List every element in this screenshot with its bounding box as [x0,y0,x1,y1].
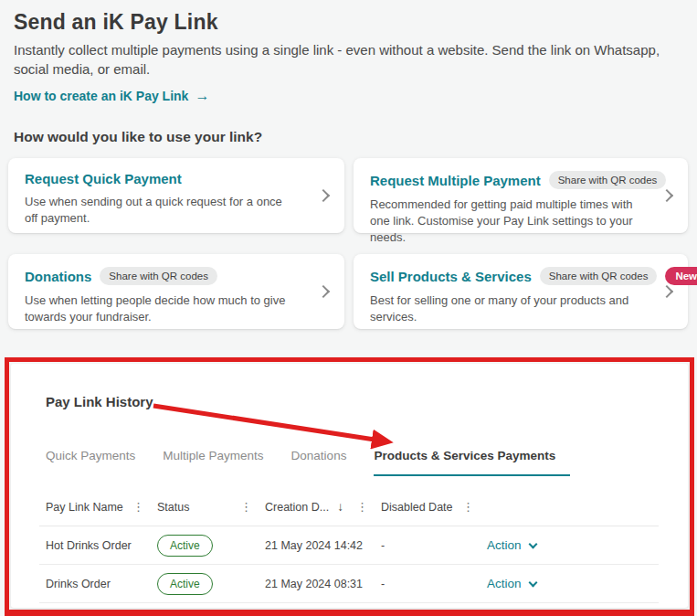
card-request-quick-payment[interactable]: Request Quick Payment Use when sending o… [8,158,344,233]
link-type-cards: Request Quick Payment Use when sending o… [8,158,697,329]
chevron-right-icon [660,189,673,202]
column-header-disabled-date: Disabled Date ⋮ [381,501,487,514]
kebab-menu-icon[interactable]: ⋮ [132,501,144,513]
page-header: Send an iK Pay Link Instantly collect mu… [0,0,697,104]
share-with-qr-codes-badge: Share with QR codes [549,171,667,189]
pay-link-page: Send an iK Pay Link Instantly collect mu… [0,0,697,616]
tab-quick-payments[interactable]: Quick Payments [46,449,135,476]
pay-link-name: Hot Drinks Order [46,539,157,552]
chevron-down-icon [528,539,537,548]
card-title: Donations [25,269,91,284]
status-badge: Active [157,573,213,595]
arrow-right-icon: → [195,88,209,104]
disabled-date: - [381,539,487,552]
section-heading: How would you like to use your link? [14,129,697,145]
history-tabs: Quick Payments Multiple Payments Donatio… [46,449,688,476]
pay-link-name: Drinks Order [46,578,157,590]
red-annotation-box: Pay Link History Quick Payments Multiple… [5,357,694,616]
kebab-menu-icon[interactable]: ⋮ [356,501,368,513]
kebab-menu-icon[interactable]: ⋮ [462,501,474,513]
card-sell-products-services[interactable]: Sell Products & Services Share with QR c… [354,254,688,329]
tab-donations[interactable]: Donations [291,449,347,476]
status-badge: Active [157,535,213,557]
card-description: Use when sending out a quick request for… [25,194,285,227]
page-title: Send an iK Pay Link [14,9,682,35]
table-row: Drinks Order Active 21 May 2024 08:31 - … [39,565,659,603]
chevron-down-icon [528,578,537,587]
card-request-multiple-payment[interactable]: Request Multiple Payment Share with QR c… [354,158,688,233]
chevron-right-icon [317,189,330,202]
column-header-creation-date: Creation D... ↓ ⋮ [265,500,381,514]
share-with-qr-codes-badge: Share with QR codes [540,267,658,285]
page-description: Instantly collect multiple payments usin… [14,40,682,79]
card-description: Best for selling one or many of your pro… [370,292,649,325]
tab-products-services-payments[interactable]: Products & Services Payments [374,449,570,476]
how-to-create-link-label: How to create an iK Pay Link [14,89,188,103]
kebab-menu-icon[interactable]: ⋮ [240,501,252,513]
creation-date: 21 May 2024 14:42 [265,539,381,552]
chevron-right-icon [317,285,330,298]
card-title: Request Multiple Payment [370,173,541,188]
card-description: Recommended for getting paid multiple ti… [370,196,649,246]
tab-multiple-payments[interactable]: Multiple Payments [163,449,263,476]
how-to-create-link[interactable]: How to create an iK Pay Link → [14,88,209,104]
card-description: Use when letting people decide how much … [25,292,306,325]
card-donations[interactable]: Donations Share with QR codes Use when l… [8,254,344,329]
card-title: Sell Products & Services [370,269,532,284]
card-title: Request Quick Payment [25,171,182,186]
share-with-qr-codes-badge: Share with QR codes [100,267,217,285]
sort-descending-icon[interactable]: ↓ [337,500,343,514]
table-row: Hot Drinks Order Active 21 May 2024 14:4… [39,526,659,565]
chevron-right-icon [660,285,673,298]
disabled-date: - [381,578,487,590]
column-header-pay-link-name: Pay Link Name ⋮ [46,501,157,514]
creation-date: 21 May 2024 08:31 [265,578,381,590]
column-header-status: Status ⋮ [157,501,265,514]
action-dropdown-button[interactable]: Action [487,577,536,590]
table-header-row: Pay Link Name ⋮ Status ⋮ Creation D... ↓… [39,500,659,526]
new-badge: New [665,267,697,285]
history-title: Pay Link History [46,394,688,409]
pay-link-history-panel: Pay Link History Quick Payments Multiple… [11,364,688,608]
action-dropdown-button[interactable]: Action [487,538,536,552]
